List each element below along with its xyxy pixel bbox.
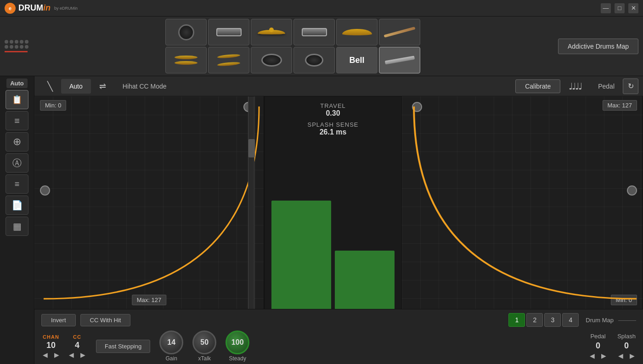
- chan-decrement[interactable]: ◀: [41, 351, 49, 358]
- cc-decrement[interactable]: ◀: [68, 351, 75, 358]
- dot: [10, 40, 13, 44]
- content-area: ╲ Auto ⇌ Hihat CC Mode Calibrate ♩♩♩♩ Pe…: [34, 76, 643, 364]
- refresh-button[interactable]: ↻: [623, 78, 638, 94]
- drum-pad-snare[interactable]: [208, 19, 249, 45]
- splash-block: Splash 0 ◀ ▶: [617, 333, 636, 359]
- dot: [5, 40, 8, 44]
- sidebar-btn-preset[interactable]: 📋: [6, 90, 28, 109]
- tab-eq[interactable]: ⇌: [91, 78, 114, 95]
- snare2-icon: [302, 28, 327, 36]
- drum-pad-bell[interactable]: Bell: [336, 47, 378, 73]
- num-tab-2[interactable]: 2: [526, 313, 543, 327]
- preset-icon: 📋: [12, 95, 22, 105]
- drum-pad-snare2[interactable]: [293, 19, 335, 45]
- invert-button[interactable]: Invert: [41, 314, 76, 326]
- red-line: [5, 51, 28, 52]
- gain-knob[interactable]: 14: [159, 330, 183, 354]
- travel-value: 0.30: [326, 109, 340, 118]
- vert-scroll-handle[interactable]: [248, 139, 255, 157]
- tab-curve[interactable]: ╲: [39, 77, 61, 95]
- num-tab-4[interactable]: 4: [562, 313, 579, 327]
- app-title: DRUMin: [18, 3, 51, 13]
- main-area: Auto 📋 ≡ ⊕ Ⓐ ≡ 📄 ▦ ╲ Auto: [0, 76, 643, 364]
- pedal-arrows: ◀ ▶: [588, 352, 608, 359]
- steady-label: Steady: [229, 355, 246, 362]
- cymbal-icon: [258, 30, 285, 34]
- tab-auto[interactable]: Auto: [61, 79, 91, 94]
- top-dots-area: [5, 40, 32, 52]
- sidebar-btn-split[interactable]: ⊕: [6, 132, 28, 151]
- title-bar: e DRUMin by eDRUMin — □ ✕: [0, 0, 643, 17]
- drum-pad-hihat[interactable]: [165, 47, 207, 73]
- drum-map-value: ———: [618, 317, 636, 324]
- right-curve-panel: Max: 127 Min: 0: [402, 96, 643, 309]
- sidebar-btn-alpha[interactable]: Ⓐ: [6, 153, 28, 173]
- tab-notes[interactable]: ♩♩♩♩: [560, 77, 590, 95]
- pedal-increment[interactable]: ▶: [600, 352, 608, 359]
- sidebar-btn-chip[interactable]: ▦: [6, 217, 28, 236]
- xtalk-knob-block: 50 xTalk: [192, 330, 216, 362]
- dots-grid: [5, 40, 32, 49]
- cc-with-hit-button[interactable]: CC With Hit: [80, 314, 131, 326]
- right-grid: [402, 96, 643, 309]
- splash-decrement[interactable]: ◀: [617, 352, 625, 359]
- pedal-decrement[interactable]: ◀: [588, 352, 596, 359]
- chan-increment[interactable]: ▶: [53, 351, 61, 358]
- dot: [10, 45, 13, 49]
- hihat-top: [175, 56, 197, 59]
- drum-pad-open-hihat[interactable]: [208, 47, 249, 73]
- addictive-drums-map-button[interactable]: Addictive Drums Map: [558, 39, 638, 54]
- xtalk-knob[interactable]: 50: [192, 330, 216, 354]
- num-tab-1[interactable]: 1: [508, 313, 525, 327]
- cc-arrows: ◀ ▶: [68, 351, 87, 358]
- drum-pad-kick[interactable]: [165, 19, 207, 45]
- vert-scroll[interactable]: [248, 96, 254, 309]
- tab-hihat-cc-label: Hihat CC Mode: [123, 83, 167, 90]
- sidebar-auto-label[interactable]: Auto: [6, 78, 28, 88]
- drum-pad-ride[interactable]: [336, 19, 378, 45]
- splash-sense-value: 26.1 ms: [320, 128, 347, 136]
- bar-container: [265, 140, 401, 309]
- alpha-icon: Ⓐ: [12, 157, 22, 169]
- gain-knob-block: 14 Gain: [159, 330, 183, 362]
- right-min-label: Min: 0: [611, 295, 637, 305]
- dot: [15, 40, 18, 44]
- chan-block: CHAN 10 ◀ ▶: [41, 334, 61, 358]
- cc-increment[interactable]: ▶: [79, 351, 87, 358]
- drum-pad-tom2[interactable]: [293, 47, 335, 73]
- drum-pad-selected[interactable]: [379, 47, 420, 73]
- splash-increment[interactable]: ▶: [628, 352, 636, 359]
- curve-icon: ╲: [47, 81, 53, 92]
- close-button[interactable]: ✕: [628, 3, 638, 13]
- maximize-button[interactable]: □: [615, 3, 625, 13]
- min-label: Min: 0: [40, 100, 66, 111]
- right-curve-handle-top[interactable]: [412, 102, 422, 112]
- max-label-bottom: Max: 127: [132, 295, 166, 305]
- calibrate-button[interactable]: Calibrate: [515, 79, 560, 93]
- pedal-value: 0: [596, 341, 600, 351]
- notes-icon: ♩♩♩♩: [569, 81, 581, 92]
- tab-pedal[interactable]: Pedal: [590, 79, 623, 94]
- sidebar-btn-pdf[interactable]: 📄: [6, 196, 28, 215]
- drum-pad-stick[interactable]: [379, 19, 420, 45]
- selected-pad-icon: [384, 56, 414, 64]
- cc-label: CC: [73, 334, 81, 340]
- sidebar-btn-lines[interactable]: ≡: [6, 174, 28, 194]
- fast-stepping-button[interactable]: Fast Stepping: [96, 340, 150, 353]
- drum-pad-cymbal[interactable]: [251, 19, 292, 45]
- tab-auto-label: Auto: [69, 83, 83, 90]
- sidebar-btn-menu[interactable]: ≡: [6, 111, 28, 130]
- tab-bar: ╲ Auto ⇌ Hihat CC Mode Calibrate ♩♩♩♩ Pe…: [34, 76, 643, 96]
- tom1-icon: [261, 54, 282, 67]
- steady-knob[interactable]: 100: [226, 330, 249, 354]
- left-curve-panel: Min: 0 Max: 127: [34, 96, 264, 309]
- minimize-button[interactable]: —: [601, 3, 611, 13]
- bottom-row-1: Invert CC With Hit 1 2 3 4 Drum Map ———: [41, 313, 636, 327]
- drum-pad-tom1[interactable]: [251, 47, 292, 73]
- middle-panel: TRAVEL 0.30 SPLASH SENSE 26.1 ms: [264, 96, 402, 309]
- bell-label: Bell: [349, 56, 364, 65]
- pedal-block: Pedal 0 ◀ ▶: [588, 333, 608, 359]
- tab-pedal-label: Pedal: [598, 83, 615, 90]
- num-tab-3[interactable]: 3: [544, 313, 561, 327]
- tab-hihat-cc[interactable]: Hihat CC Mode: [114, 79, 175, 94]
